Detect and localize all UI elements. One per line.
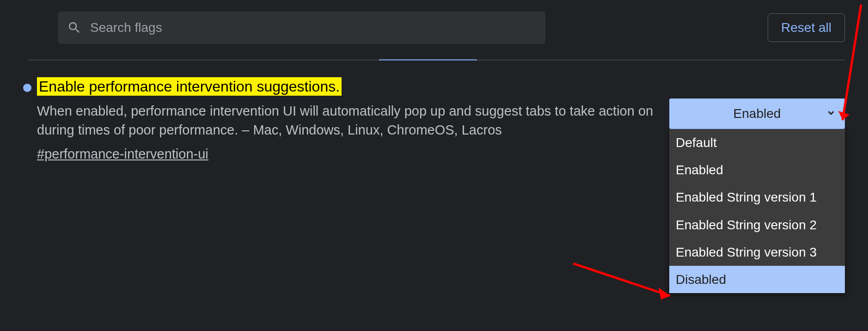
flag-description: When enabled, performance intervention U…: [37, 102, 661, 139]
search-container: [58, 12, 545, 44]
chevron-down-icon: [826, 106, 836, 121]
flag-entry: Enable performance intervention suggesti…: [23, 78, 845, 162]
tab-divider: [28, 60, 845, 61]
svg-line-0: [843, 5, 861, 120]
dropdown-option-enabled-str2[interactable]: Enabled String version 2: [669, 211, 845, 239]
flag-title: Enable performance intervention suggesti…: [37, 77, 342, 96]
svg-marker-3: [659, 288, 670, 300]
search-input[interactable]: [90, 20, 536, 35]
flag-state-dropdown: Default Enabled Enabled String version 1…: [669, 129, 845, 293]
annotation-arrow-icon: [568, 259, 684, 305]
flag-modified-indicator-icon: [23, 84, 31, 92]
dropdown-option-enabled-str3[interactable]: Enabled String version 3: [669, 239, 845, 266]
flag-state-selected-label: Enabled: [734, 106, 781, 121]
dropdown-option-disabled[interactable]: Disabled: [669, 266, 845, 293]
svg-line-2: [573, 264, 670, 296]
reset-all-button[interactable]: Reset all: [768, 13, 845, 42]
dropdown-option-default[interactable]: Default: [669, 129, 845, 156]
dropdown-option-enabled-str1[interactable]: Enabled String version 1: [669, 184, 845, 211]
dropdown-option-enabled[interactable]: Enabled: [669, 156, 845, 184]
search-icon: [67, 20, 82, 35]
flag-state-select[interactable]: Enabled: [669, 98, 845, 129]
flag-id-link[interactable]: #performance-intervention-ui: [37, 147, 675, 162]
